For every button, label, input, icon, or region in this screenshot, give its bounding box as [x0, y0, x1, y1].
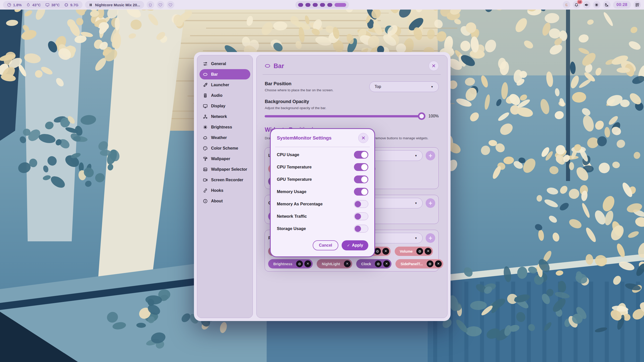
widget-settings-button[interactable]: ⚙ — [427, 260, 433, 267]
heart-button-2[interactable] — [167, 1, 174, 9]
toggle-label: Network Traffic — [277, 214, 307, 219]
sidebar-item-display[interactable]: Display — [199, 101, 250, 111]
widget-chip-nightlight[interactable]: NightLight× — [317, 259, 352, 268]
sidebar-item-brightness[interactable]: Brightness — [199, 122, 250, 132]
bar-position-select[interactable]: Top ▼ — [369, 81, 439, 92]
memory-as-percentage-toggle[interactable] — [354, 200, 368, 208]
opacity-slider[interactable] — [265, 115, 424, 117]
cpu-usage-toggle[interactable] — [354, 151, 368, 159]
remove-widget-button[interactable]: × — [304, 260, 311, 267]
close-icon: ✕ — [361, 135, 366, 141]
sidebar-item-general[interactable]: General — [199, 59, 250, 69]
workspace-dot[interactable] — [320, 3, 325, 7]
heart-button-1[interactable] — [157, 1, 164, 9]
sidebar-item-network[interactable]: Network — [199, 111, 250, 122]
cancel-button[interactable]: Cancel — [313, 240, 338, 250]
sidebar-item-about[interactable]: About — [199, 196, 250, 206]
workspace-dot[interactable] — [298, 3, 303, 7]
gauge-icon — [7, 3, 11, 7]
sidebar-item-label: Wallpaper — [211, 157, 230, 161]
volume-icon — [584, 3, 589, 7]
chevron-down-icon: ▼ — [415, 154, 417, 157]
night-light-button[interactable] — [603, 1, 611, 9]
remove-widget-button[interactable]: × — [425, 248, 431, 255]
cpu-temperature-toggle[interactable] — [354, 163, 368, 171]
network-traffic-toggle[interactable] — [354, 212, 368, 220]
bar-position-label: Bar Position — [265, 81, 369, 86]
workspace-dot[interactable] — [313, 3, 318, 7]
chevron-down-icon: ▼ — [431, 85, 433, 88]
notifications-button[interactable]: 10 — [573, 1, 580, 9]
toggle-knob — [355, 213, 361, 219]
sidebar-item-hooks[interactable]: Hooks — [199, 185, 250, 196]
apply-button[interactable]: ✓ Apply — [342, 240, 368, 250]
opacity-slider-handle[interactable] — [418, 112, 425, 120]
volume-button[interactable] — [583, 1, 590, 9]
sidebar-item-screen-recorder[interactable]: Screen Recorder — [199, 175, 250, 185]
cpu-temp-value: 43°C — [32, 3, 41, 7]
widget-chip-brightness[interactable]: Brightness⚙× — [268, 259, 313, 268]
skull-button[interactable] — [147, 1, 154, 9]
check-icon: ✓ — [347, 243, 350, 247]
toggle-knob — [361, 164, 368, 170]
updates-button[interactable] — [563, 1, 570, 9]
notification-badge: 10 — [577, 0, 582, 4]
toggle-row-memory-usage: Memory Usage — [277, 186, 368, 198]
page-title: Bar — [273, 62, 284, 70]
remove-widget-button[interactable]: × — [435, 260, 442, 267]
widget-chip-clock[interactable]: Clock⚙× — [356, 259, 392, 268]
remove-widget-button[interactable]: × — [383, 260, 390, 267]
workspace-dot[interactable] — [327, 3, 332, 7]
toggle-label: Memory As Percentage — [277, 202, 323, 206]
bar-section-icon — [265, 64, 270, 68]
clock[interactable]: 00:28 — [613, 1, 631, 9]
toggle-row-cpu-usage: CPU Usage — [277, 149, 368, 161]
widget-chip-volume[interactable]: Volume⚙× — [395, 247, 433, 256]
toggle-row-cpu-temperature: CPU Temperature — [277, 161, 368, 173]
toggle-label: Memory Usage — [277, 189, 306, 194]
toggle-label: CPU Usage — [277, 152, 299, 157]
sidebar-item-audio[interactable]: Audio — [199, 90, 250, 101]
storage-usage-toggle[interactable] — [354, 225, 368, 233]
widget-chip-label: Brightness — [273, 262, 295, 266]
dashboard-button[interactable] — [633, 1, 641, 9]
videocam-icon — [203, 177, 208, 183]
gear-icon: ⚙ — [298, 262, 301, 266]
widget-chip-sidepanelt[interactable]: SidePanelT...⚙× — [395, 259, 443, 268]
widget-chip-label: Clock — [361, 262, 374, 266]
memory-usage-toggle[interactable] — [354, 188, 368, 196]
sidebar-item-wallpaper-selector[interactable]: Wallpaper Selector — [199, 164, 250, 174]
widget-settings-button[interactable]: ⚙ — [416, 248, 423, 255]
toggle-label: Storage Usage — [277, 226, 306, 231]
brightness-button[interactable] — [593, 1, 600, 9]
widget-settings-button[interactable]: ⚙ — [296, 260, 303, 267]
sidebar-item-wallpaper[interactable]: Wallpaper — [199, 154, 250, 164]
add-widget-button[interactable]: + — [426, 198, 435, 208]
add-widget-button[interactable]: + — [426, 151, 435, 160]
workspace-dot[interactable] — [305, 3, 310, 7]
settings-sidebar: GeneralBarLauncherAudioDisplayNetworkBri… — [197, 55, 253, 318]
skull-icon — [148, 3, 152, 7]
modal-close-button[interactable]: ✕ — [358, 133, 368, 143]
sidebar-item-weather[interactable]: Weather — [199, 132, 250, 143]
remove-widget-button[interactable]: × — [344, 260, 351, 267]
widget-settings-button[interactable]: ⚙ — [375, 260, 382, 267]
sidebar-item-label: Launcher — [211, 83, 229, 87]
sidebar-item-bar[interactable]: Bar — [199, 69, 250, 79]
widget-settings-button[interactable]: ⚙ — [374, 248, 381, 255]
close-icon: × — [346, 261, 348, 266]
workspace-dot-active[interactable] — [335, 3, 346, 7]
add-widget-button[interactable]: + — [426, 233, 435, 243]
gpu-temperature-toggle[interactable] — [354, 175, 368, 183]
remove-widget-button[interactable]: × — [382, 248, 389, 255]
pause-icon — [89, 3, 92, 7]
topbar-center — [295, 1, 349, 9]
media-player-pill[interactable]: Nightcore Music Mix 20... — [85, 1, 144, 9]
close-icon: × — [385, 249, 387, 253]
settings-close-button[interactable]: ✕ — [429, 61, 439, 71]
sidebar-item-launcher[interactable]: Launcher — [199, 80, 250, 90]
widget-chip-label: NightLight — [322, 262, 342, 266]
roller-icon — [203, 156, 208, 161]
widget-chip-label: Volume — [400, 249, 415, 253]
sidebar-item-color-scheme[interactable]: Color Scheme — [199, 143, 250, 153]
